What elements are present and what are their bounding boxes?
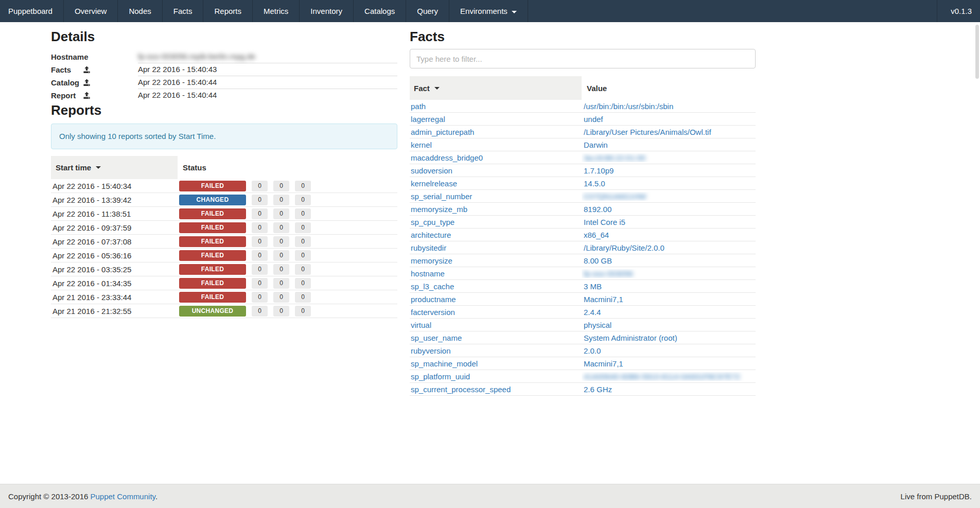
report-row[interactable]: Apr 22 2016 - 01:34:35 FAILED 0 0 0 <box>51 276 397 290</box>
column-header-start-time[interactable]: Start time <box>51 156 178 179</box>
fact-name-link[interactable]: virtual <box>411 321 431 329</box>
report-row[interactable]: Apr 22 2016 - 03:35:25 FAILED 0 0 0 <box>51 262 397 276</box>
report-start-time[interactable]: Apr 22 2016 - 01:34:35 <box>51 279 178 288</box>
column-header-status[interactable]: Status <box>178 156 397 179</box>
fact-value-link[interactable]: Macmini7,1 <box>584 359 623 368</box>
fact-value-link[interactable]: 2.4.4 <box>584 308 601 317</box>
fact-name-link[interactable]: facterversion <box>411 308 455 317</box>
status-label: Status <box>183 163 206 172</box>
fact-name-link[interactable]: path <box>411 102 426 111</box>
nav-item-catalogs[interactable]: Catalogs <box>354 0 406 22</box>
report-row[interactable]: Apr 21 2016 - 23:33:44 FAILED 0 0 0 <box>51 290 397 304</box>
fact-row: sp_machine_model Macmini7,1 <box>410 357 756 370</box>
fact-value-link[interactable]: 2.6 GHz <box>584 385 612 394</box>
report-row[interactable]: Apr 22 2016 - 05:36:16 FAILED 0 0 0 <box>51 249 397 262</box>
fact-value-link[interactable]: System Administrator (root) <box>584 334 677 342</box>
report-status-cell: FAILED 0 0 0 <box>178 208 397 219</box>
fact-name-link[interactable]: sp_machine_model <box>411 359 478 368</box>
nav-item-reports[interactable]: Reports <box>203 0 253 22</box>
nav-item-inventory[interactable]: Inventory <box>300 0 354 22</box>
metric-count: 0 <box>295 222 311 233</box>
fact-value-link[interactable]: 3a:c9:86:22:01:00 <box>584 153 645 162</box>
report-row[interactable]: Apr 22 2016 - 07:37:08 FAILED 0 0 0 <box>51 235 397 249</box>
detail-label: Catalog <box>51 78 79 87</box>
status-badge: FAILED <box>179 250 246 261</box>
fact-value-link[interactable]: x86_64 <box>584 231 609 239</box>
report-start-time[interactable]: Apr 22 2016 - 03:35:25 <box>51 265 178 274</box>
fact-name-link[interactable]: rubysitedir <box>411 243 446 252</box>
report-row[interactable]: Apr 21 2016 - 21:32:55 UNCHANGED 0 0 0 <box>51 304 397 318</box>
fact-name-link[interactable]: sp_cpu_type <box>411 218 454 226</box>
fact-row: sp_l3_cache 3 MB <box>410 280 756 293</box>
detail-label: Report <box>51 91 76 100</box>
fact-value-link[interactable]: 3 MB <box>584 282 602 291</box>
fact-value-link[interactable]: /usr/bin:/bin:/usr/sbin:/sbin <box>584 102 673 111</box>
fact-value-link[interactable]: 41A00640-60B6-5910-8114-0A931F8C97E72 <box>584 372 740 381</box>
report-row[interactable]: Apr 22 2016 - 11:38:51 FAILED 0 0 0 <box>51 207 397 221</box>
fact-name-link[interactable]: sp_serial_number <box>411 192 472 201</box>
fact-value-link[interactable]: physical <box>584 321 611 329</box>
nav-item-nodes[interactable]: Nodes <box>118 0 162 22</box>
fact-value-link[interactable]: 14.5.0 <box>584 179 605 188</box>
fact-name-link[interactable]: sudoversion <box>411 166 452 175</box>
column-header-fact[interactable]: Fact <box>410 76 582 100</box>
fact-name-link[interactable]: architecture <box>411 231 451 239</box>
fact-value-link[interactable]: Intel Core i5 <box>584 218 625 226</box>
fact-name-link[interactable]: memorysize_mb <box>411 205 467 214</box>
fact-value-link[interactable]: undef <box>584 115 603 124</box>
fact-value-link[interactable]: 8.00 GB <box>584 256 612 265</box>
navbar-brand[interactable]: Puppetboard <box>0 0 64 22</box>
fact-value-link[interactable]: Darwin <box>584 141 608 149</box>
nav-item-query[interactable]: Query <box>406 0 449 22</box>
report-start-time[interactable]: Apr 21 2016 - 23:33:44 <box>51 293 178 302</box>
puppet-community-link[interactable]: Puppet Community <box>91 492 155 501</box>
metric-count: 0 <box>295 278 311 289</box>
fact-value-link[interactable]: 1.7.10p9 <box>584 166 614 175</box>
fact-value-link[interactable]: Macmini7,1 <box>584 295 623 304</box>
copyright-text: Copyright © 2013-2016 Puppet Community. <box>8 492 157 501</box>
fact-name-link[interactable]: kernelrelease <box>411 179 457 188</box>
fact-name-link[interactable]: memorysize <box>411 256 452 265</box>
vertical-scrollbar-thumb[interactable] <box>975 25 979 79</box>
nav-dropdown-environments[interactable]: Environments <box>449 0 528 22</box>
fact-name-link[interactable]: lagerregal <box>411 115 445 124</box>
nav-item-overview[interactable]: Overview <box>64 0 118 22</box>
metric-count: 0 <box>273 264 289 275</box>
fact-value-link[interactable]: C07QN1A6G1HW <box>584 192 646 201</box>
fact-value-link[interactable]: /Library/User Pictures/Animals/Owl.tif <box>584 128 711 136</box>
metric-count: 0 <box>295 250 311 261</box>
report-start-time[interactable]: Apr 22 2016 - 05:36:16 <box>51 251 178 260</box>
fact-name-link[interactable]: macaddress_bridge0 <box>411 153 483 162</box>
copyright-period: . <box>155 492 157 501</box>
report-start-time[interactable]: Apr 22 2016 - 07:37:08 <box>51 237 178 246</box>
report-start-time[interactable]: Apr 22 2016 - 11:38:51 <box>51 209 178 218</box>
facts-filter-input[interactable] <box>410 49 756 68</box>
fact-value-link[interactable]: 8192.00 <box>584 205 611 214</box>
metric-count: 0 <box>252 264 268 275</box>
navbar-spacer <box>528 0 937 22</box>
nav-item-metrics[interactable]: Metrics <box>253 0 300 22</box>
fact-name-link[interactable]: hostname <box>411 269 445 278</box>
fact-value-link[interactable]: /Library/Ruby/Site/2.0.0 <box>584 243 664 252</box>
fact-name-link[interactable]: productname <box>411 295 456 304</box>
fact-name-link[interactable]: kernel <box>411 141 432 149</box>
fact-row: kernelrelease 14.5.0 <box>410 177 756 190</box>
report-row[interactable]: Apr 22 2016 - 09:37:59 FAILED 0 0 0 <box>51 221 397 235</box>
nav-item-facts[interactable]: Facts <box>163 0 204 22</box>
fact-value-link[interactable]: fp-osx-003056 <box>584 269 633 278</box>
fact-name-link[interactable]: sp_l3_cache <box>411 282 454 291</box>
report-start-time[interactable]: Apr 22 2016 - 13:39:42 <box>51 196 178 204</box>
fact-name-link[interactable]: admin_picturepath <box>411 128 474 136</box>
metric-count: 0 <box>295 236 311 247</box>
fact-name-link[interactable]: sp_user_name <box>411 334 462 342</box>
fact-name-link[interactable]: sp_current_processor_speed <box>411 385 511 394</box>
report-start-time[interactable]: Apr 22 2016 - 15:40:34 <box>51 182 178 190</box>
report-start-time[interactable]: Apr 21 2016 - 21:32:55 <box>51 307 178 316</box>
report-row[interactable]: Apr 22 2016 - 15:40:34 FAILED 0 0 0 <box>51 179 397 193</box>
fact-name-link[interactable]: sp_platform_uuid <box>411 372 470 381</box>
fact-value-link[interactable]: 2.0.0 <box>584 346 601 355</box>
fact-name-link[interactable]: rubyversion <box>411 346 451 355</box>
sort-desc-icon <box>434 87 440 90</box>
report-start-time[interactable]: Apr 22 2016 - 09:37:59 <box>51 223 178 232</box>
report-row[interactable]: Apr 22 2016 - 13:39:42 CHANGED 0 0 0 <box>51 193 397 207</box>
